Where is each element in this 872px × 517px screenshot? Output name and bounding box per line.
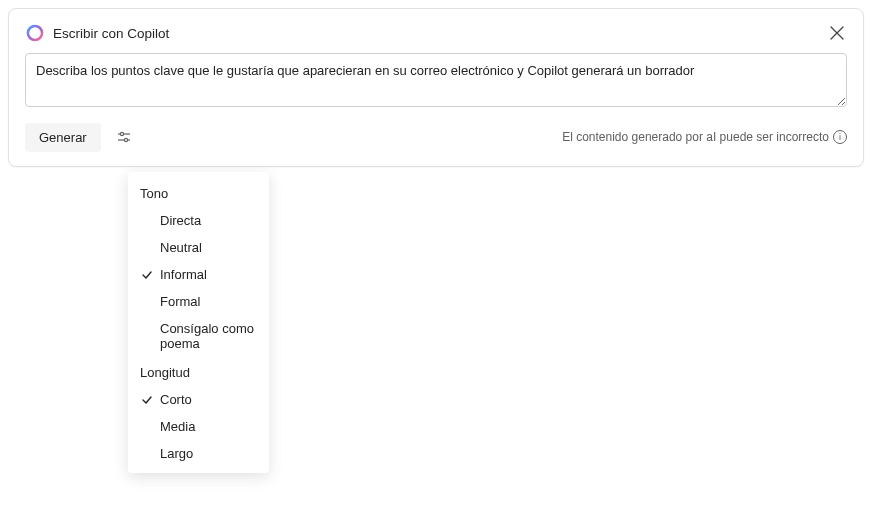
sliders-icon [116, 129, 132, 145]
tone-option-poema[interactable]: Consígalo como poema [128, 315, 269, 357]
close-icon [830, 26, 844, 40]
tone-option-informal[interactable]: Informal [128, 261, 269, 288]
tone-option-neutral[interactable]: Neutral [128, 234, 269, 261]
tone-section-label: Tono [128, 178, 269, 207]
svg-point-2 [120, 133, 123, 136]
prompt-textarea[interactable] [25, 53, 847, 107]
tone-length-dropdown: Tono Directa Neutral Informal Formal Con… [128, 172, 269, 473]
copilot-compose-card: Escribir con Copilot Generar El contenid… [8, 8, 864, 167]
check-icon [138, 394, 156, 406]
length-section-label: Longitud [128, 357, 269, 386]
card-header: Escribir con Copilot [25, 23, 847, 43]
close-button[interactable] [827, 23, 847, 43]
check-icon [138, 269, 156, 281]
info-icon[interactable]: i [833, 130, 847, 144]
tone-option-directa[interactable]: Directa [128, 207, 269, 234]
length-option-largo[interactable]: Largo [128, 440, 269, 467]
card-title: Escribir con Copilot [53, 26, 169, 41]
adjust-options-button[interactable] [107, 122, 141, 152]
title-wrap: Escribir con Copilot [25, 23, 169, 43]
length-option-media[interactable]: Media [128, 413, 269, 440]
action-row: Generar El contenido generado por aI pue… [25, 122, 847, 152]
disclaimer-text: El contenido generado por aI puede ser i… [562, 130, 829, 144]
copilot-logo-icon [25, 23, 45, 43]
svg-point-0 [28, 26, 42, 40]
ai-disclaimer: El contenido generado por aI puede ser i… [562, 130, 847, 144]
length-option-corto[interactable]: Corto [128, 386, 269, 413]
svg-point-4 [124, 139, 127, 142]
generate-button[interactable]: Generar [25, 123, 101, 152]
tone-option-formal[interactable]: Formal [128, 288, 269, 315]
